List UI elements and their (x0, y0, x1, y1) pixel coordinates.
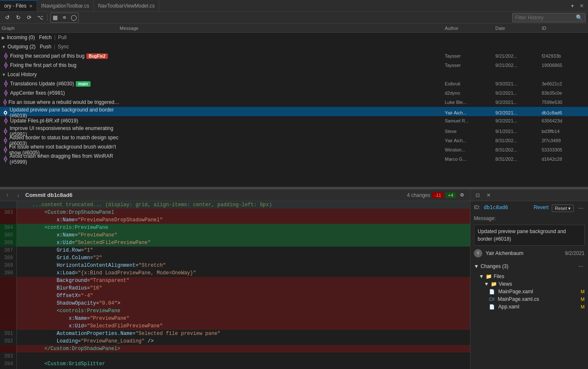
changes-section-header[interactable]: ▼ Changes (3) ⋯ (474, 263, 585, 270)
author-53333305: Winston... (445, 147, 495, 152)
expand-down-icon[interactable]: ↓ (14, 191, 22, 199)
toolbar-fork-btn[interactable]: ⌥ (35, 13, 45, 22)
commit-row-db1c8ad6[interactable]: Updated preview pane background and bord… (0, 107, 588, 116)
code-line-uid-removed: x:Uid="SelectedFilePreviewPane" (0, 322, 470, 330)
code-view[interactable]: ...content truncated... (display: grid, … (0, 201, 470, 369)
views-folder-icon: 📁 (491, 281, 497, 287)
close-panel-icon[interactable]: ✕ (485, 191, 492, 199)
history-content[interactable]: ▶ Incoming (0) Fetch | Pull ▼ Outgoing (… (0, 33, 588, 187)
right-panel-header: ⊡ ✕ (470, 189, 588, 201)
changes-section-label: Changes (3) (481, 263, 508, 269)
id-53333305: 53333305 (542, 147, 580, 152)
section-incoming-actions: Fetch | Pull (39, 35, 67, 40)
code-line-392: 392 Loading="PreviewPane_Loading" /> (0, 337, 470, 345)
reset-btn[interactable]: Reset ▾ (552, 204, 574, 212)
tab-close-icon[interactable]: ✕ (578, 2, 585, 10)
date-f242933b: 9/21/202... (495, 53, 542, 58)
minimize-icon[interactable]: ↑ (3, 191, 11, 199)
dot-53333305 (4, 148, 7, 151)
expand-incoming-icon: ▶ (2, 35, 5, 40)
more-options-icon[interactable]: ⋯ (577, 204, 585, 212)
date-2f7c3499: 8/31/202... (495, 138, 542, 143)
toolbar-back-btn[interactable]: ↺ (3, 13, 12, 22)
right-panel: ⊡ ✕ ID: db1c8ad6 Revert Reset ▾ ⋯ Messag… (470, 189, 588, 369)
tree-app-xaml[interactable]: 📄 App.xaml M (474, 303, 585, 311)
code-line-390: 390 x:Load="{x:Bind LoadPreviewPane, Mod… (0, 269, 470, 277)
commit-row-6356423d[interactable]: Update Files.pt-BR.xlf (#6019) Samuel R.… (0, 116, 588, 125)
toolbar-forward-btn[interactable]: ↻ (13, 13, 23, 22)
column-headers: Graph Message Author Date ID (0, 24, 588, 33)
commit-message-box: Updated preview pane background and bord… (474, 225, 585, 246)
tree-mainpage-xaml[interactable]: 📄 MainPage.xaml M (474, 288, 585, 295)
commit-row-3e6621c2[interactable]: Translations Update (#6030) main Esibrut… (0, 79, 588, 88)
author-row: Y Yair Aichenbaum 9/2/2021 (474, 249, 585, 258)
id-bd3ffb14: bd3ffb14 (542, 129, 580, 134)
toolbar-refresh-btn[interactable]: ⟳ (24, 13, 34, 22)
commit-row-f242933b[interactable]: Fixing the second part of this bug BugFi… (0, 51, 588, 61)
revert-link[interactable]: Revert (534, 204, 548, 212)
code-line-blur-removed: BlurRadius="16" (0, 284, 470, 292)
tab-inavtoolbar[interactable]: INavigationToolbar.cs (37, 0, 94, 11)
fetch-link[interactable]: Fetch (39, 35, 52, 40)
id-db1c8ad6: db1c8ad6 (542, 110, 580, 115)
id-row: ID: db1c8ad6 Revert Reset ▾ ⋯ (474, 204, 585, 212)
dot-7599e530 (3, 101, 7, 104)
reset-label: Reset (555, 206, 567, 211)
changes-more-icon[interactable]: ⋯ (577, 263, 585, 270)
toolbar-graph-view-btn[interactable]: ▦ (51, 13, 60, 22)
id-label: ID: (474, 204, 480, 212)
mainpage-xaml-cs-label: MainPage.xaml.cs (498, 296, 539, 302)
author-f242933b: Taysser (445, 53, 495, 58)
sync-link[interactable]: Sync (58, 44, 69, 50)
commit-row-83b35c0e[interactable]: AppCenter fixes (#5981) d2dyno 9/2/2021.… (0, 88, 588, 98)
reset-chevron-icon: ▾ (568, 206, 571, 211)
badge-bugfix2: BugFix2 (86, 53, 108, 59)
msg-db1c8ad6: Updated preview pane background and bord… (10, 107, 120, 119)
commit-diff-header: ↑ ↓ Commit db1c8ad6 4 changes -11 +4 ⚙ (0, 189, 470, 201)
section-outgoing[interactable]: ▼ Outgoing (2) Push | Sync (0, 42, 588, 51)
filter-history-input[interactable] (515, 15, 574, 21)
section-incoming[interactable]: ▶ Incoming (0) Fetch | Pull (0, 33, 588, 42)
mainpage-xaml-label: MainPage.xaml (498, 289, 533, 295)
toolbar-circle-btn[interactable]: ◯ (69, 13, 78, 22)
commit-row-2f7c3499[interactable]: Added border to status bar to match desi… (0, 135, 588, 144)
code-line-bg-removed: Background="Transparent" (0, 277, 470, 284)
views-folder-label: Views (499, 281, 512, 287)
author-d1642c28: Marco G... (445, 157, 495, 162)
message-label-row: Message: (474, 215, 585, 221)
tree-views-folder[interactable]: ▼ 📁 Views (474, 280, 585, 288)
tab-history-files-label: ory - Files (4, 3, 27, 9)
tab-expand-icon[interactable]: ▾ (569, 2, 576, 10)
tab-history-files[interactable]: ory - Files ✕ (0, 0, 37, 11)
settings-diff-btn[interactable]: ⚙ (457, 191, 467, 199)
section-local[interactable]: ▼ Local History (0, 70, 588, 79)
date-7599e530: 9/2/2021... (495, 100, 542, 105)
commit-row-bd3ffb14[interactable]: Improve UI responsiveness while enumerat… (0, 125, 588, 135)
minimize-panel-icon[interactable]: ⊡ (474, 191, 481, 199)
tree-root[interactable]: ▼ 📁 Files (474, 273, 585, 280)
tree-mainpage-xaml-cs[interactable]: C# MainPage.xaml.cs M (474, 295, 585, 303)
dot-db1c8ad6 (4, 111, 7, 114)
commit-dot2 (4, 64, 8, 67)
tab-close-history-files[interactable]: ✕ (29, 4, 32, 8)
badge-main: main (76, 81, 91, 87)
graph-cell-3e6621c2: Translations Update (#6030) main (2, 80, 120, 87)
id-7599e530: 7599e530 (542, 100, 580, 105)
commit-row-d1642c28[interactable]: Avoid crash when dragging files from Win… (0, 153, 588, 162)
date-53333305: 8/31/202... (495, 147, 542, 152)
app-xaml-file-icon: 📄 (489, 304, 495, 310)
diff-badge-added: +4 (445, 192, 456, 198)
commit-row-19006865[interactable]: Fixing the first part of this bug Taysse… (0, 61, 588, 70)
tab-navtoolbarvm[interactable]: NavToolbarViewModel.cs (94, 0, 160, 11)
graph-cell: Fixing the second part of this bug BugFi… (2, 53, 120, 59)
history-panel: Graph Message Author Date ID ▶ Incoming … (0, 24, 588, 188)
toolbar-list-view-btn[interactable]: ≡ (60, 13, 69, 22)
dot-bd3ffb14 (4, 130, 7, 133)
msg-d1642c28: Avoid crash when dragging files from Win… (10, 153, 120, 165)
commit-row-7599e530[interactable]: Fix an issue where a rebuild would be tr… (0, 98, 588, 107)
code-line-384: 384 <controls:PreviewPane (0, 224, 470, 231)
commit-row-53333305[interactable]: Fix issue where root background brush wo… (0, 144, 588, 153)
pull-link[interactable]: Pull (58, 35, 67, 40)
push-link[interactable]: Push (40, 44, 51, 50)
author-2f7c3499: Yair Aich... (445, 138, 495, 143)
